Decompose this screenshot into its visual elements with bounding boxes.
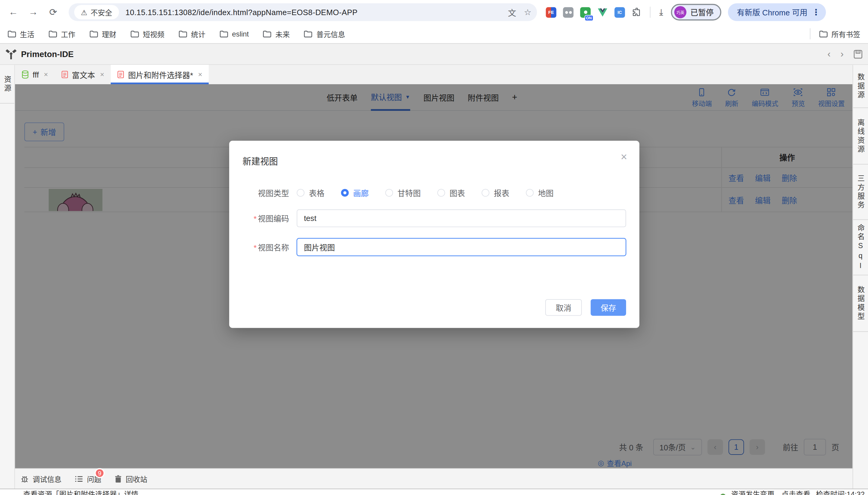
resource-changed-text[interactable]: 资源发生变更，点击查看 [731,489,810,495]
status-bar: 查看资源「图片和附件选择器」详情 资源发生变更，点击查看 检查时间:14:32 [0,489,868,495]
warning-icon: ⚠ [81,8,87,17]
paused-label: 已暂停 [690,7,713,18]
doc-tab-richtext[interactable]: 富文本 × [55,65,111,84]
view-code-input[interactable] [297,209,626,227]
menu-kebab-icon[interactable]: ⋮ [812,7,820,17]
debug-info-button[interactable]: 调试信息 [20,473,61,484]
view-type-label: 视图类型 [243,187,289,198]
translate-icon[interactable]: 文 [508,6,516,18]
status-dot-icon [720,493,726,495]
extensions-row: FE ON IC ⤓ [546,7,663,18]
doc-tab-image-attachment-picker[interactable]: 图片和附件选择器* × [111,65,209,84]
bookmark-folder[interactable]: 工作 [49,29,75,39]
history-back-icon[interactable]: ‹ [827,49,830,60]
radio-gallery[interactable]: 画廊 [341,187,369,198]
toolbar-divider [650,7,651,18]
rail-tab-datasource[interactable]: 数据源 [853,65,868,108]
radio-icon [482,189,490,197]
dialog-close-icon[interactable]: × [621,151,627,163]
bookmark-folder[interactable]: 统计 [179,29,206,39]
document-icon [118,70,124,79]
on-badge: ON [584,15,593,21]
all-bookmarks[interactable]: 所有书签 [819,29,860,39]
radio-icon [385,189,393,197]
radio-map[interactable]: 地图 [526,187,554,198]
radio-report[interactable]: 报表 [482,187,509,198]
rail-tab-third-party-services[interactable]: 三方服务 [853,165,868,220]
extension-on-icon[interactable]: ON [580,7,591,17]
close-tab-icon[interactable]: × [198,70,202,79]
bookmark-star-icon[interactable]: ☆ [524,7,531,17]
rail-tab-offline-resources[interactable]: 离线资源 [853,108,868,165]
extension-gray-icon[interactable] [563,7,574,17]
profile-paused-pill[interactable]: 巧英 已暂停 [671,4,722,20]
history-forward-icon[interactable]: › [840,49,844,60]
problems-count-badge: 9 [95,468,105,478]
bookmark-folder[interactable]: eslint [220,30,249,38]
doc-tab-fff[interactable]: fff × [15,65,55,84]
status-left-text[interactable]: 查看资源「图片和附件选择器」详情 [23,490,138,495]
trash-icon [114,475,122,483]
bookmark-label: 理财 [102,29,117,39]
radio-label: 甘特图 [397,187,421,198]
view-code-row: *视图编码 [243,209,626,227]
cancel-button[interactable]: 取消 [545,299,582,316]
extension-ic-icon[interactable]: IC [614,7,625,17]
extensions-puzzle-icon[interactable] [632,7,641,17]
required-asterisk: * [253,214,256,223]
problems-button[interactable]: 问题 9 [75,473,101,484]
save-layout-icon[interactable] [853,50,862,58]
radio-icon [297,189,305,197]
bookmark-label: 普元信息 [316,29,345,39]
check-time-text: 检查时间:14:32 [816,489,865,495]
rail-tab-data-model[interactable]: 数据模型 [853,275,868,332]
debug-label: 调试信息 [33,473,61,484]
radio-gantt[interactable]: 甘特图 [385,187,421,198]
extension-vue-icon[interactable] [597,7,608,17]
forward-icon[interactable]: → [25,4,41,20]
url-text[interactable]: 10.15.15.151:13082/ide/index.html?appNam… [125,8,357,17]
radio-chart[interactable]: 图表 [437,187,465,198]
recycle-label: 回收站 [126,473,147,484]
reload-icon[interactable]: ⟳ [46,4,61,20]
doc-tabstrip: fff × 富文本 × 图片和附件选择器* × [15,65,853,84]
rail-tab-resources[interactable]: 资源 [0,65,15,104]
bottom-panel-bar: 调试信息 问题 9 回收站 [15,468,853,489]
view-name-input[interactable] [297,238,626,256]
security-chip[interactable]: ⚠ 不安全 [74,5,119,20]
bookmark-label: 工作 [61,29,75,39]
radio-table[interactable]: 表格 [297,187,324,198]
bug-icon [20,475,29,483]
chrome-update-pill[interactable]: 有新版 Chrome 可用 ⋮ [728,3,826,21]
radio-checked-icon [341,189,349,197]
view-code-label: 视图编码 [258,214,289,223]
radio-label: 地图 [538,187,553,198]
save-button[interactable]: 保存 [590,299,626,316]
doc-tab-label: fff [33,70,39,79]
view-type-row: 视图类型 表格 画廊 甘特图 图表 [243,187,626,198]
close-tab-icon[interactable]: × [44,70,48,79]
right-rail: 数据源 离线资源 三方服务 命名Sql 数据模型 [853,65,868,489]
recycle-bin-button[interactable]: 回收站 [114,473,147,484]
extension-fe-icon[interactable]: FE [546,7,556,17]
address-bar[interactable]: ⚠ 不安全 10.15.15.151:13082/ide/index.html?… [69,3,537,21]
primeton-logo [5,49,17,60]
bookmark-folder[interactable]: 生活 [8,29,34,39]
downloads-icon[interactable]: ⤓ [659,7,663,17]
bookmark-label: 未来 [276,29,290,39]
radio-label: 图表 [449,187,465,198]
bookmarks-divider [810,28,810,39]
bookmark-folder[interactable]: 未来 [263,29,290,39]
bookmark-folder[interactable]: 理财 [90,29,116,39]
doc-tab-label: 图片和附件选择器* [128,69,193,80]
close-tab-icon[interactable]: × [100,70,104,79]
back-icon[interactable]: ← [5,4,21,20]
bookmark-folder[interactable]: 普元信息 [304,29,345,39]
view-type-radio-group: 表格 画廊 甘特图 图表 报表 地图 [297,187,554,198]
new-view-dialog: 新建视图 × 视图类型 表格 画廊 甘特图 图 [229,141,639,328]
left-rail: 资源 [0,65,15,489]
rail-tab-named-sql[interactable]: 命名Sql [853,220,868,276]
view-name-label: 视图名称 [258,243,289,252]
bookmark-label: eslint [232,30,249,38]
bookmark-folder[interactable]: 短视频 [130,29,164,39]
